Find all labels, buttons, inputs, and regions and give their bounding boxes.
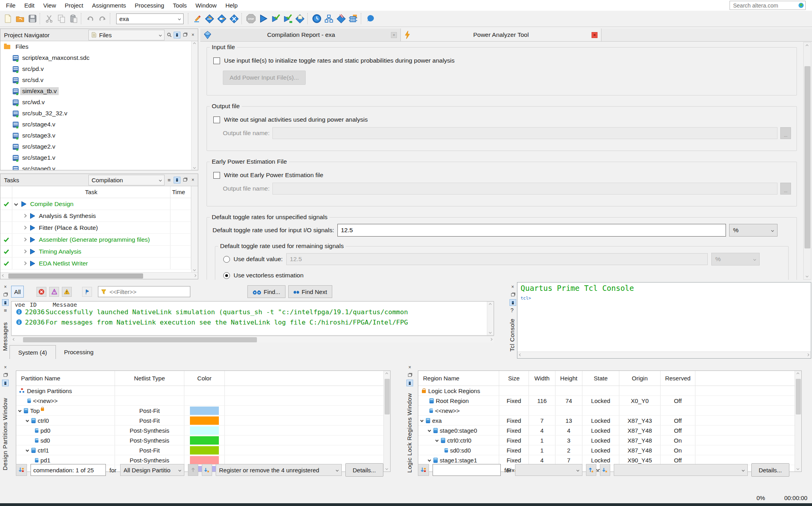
tab-compilation-report[interactable]: Compilation Report - exa × (200, 29, 401, 41)
task-row[interactable]: Fitter (Place & Route) (0, 222, 191, 234)
task-row[interactable]: Timing Analysis (0, 246, 191, 258)
file-item[interactable]: src/stage2.v (0, 141, 198, 152)
chevron-right-icon[interactable] (23, 238, 27, 242)
scroll-left-icon[interactable] (13, 338, 15, 341)
filter-critical-warnings-button[interactable] (49, 287, 59, 297)
float-icon[interactable] (182, 32, 188, 38)
close-icon[interactable]: × (509, 283, 516, 290)
scroll-right-icon[interactable] (193, 274, 196, 277)
find-next-button[interactable]: Find Next (288, 285, 332, 298)
menu-icon[interactable]: ≡ (166, 177, 172, 183)
region-row[interactable]: exa Fixed 7 13 Locked X87_Y43 Off (418, 416, 801, 426)
recommendation-icon-button[interactable] (418, 464, 429, 476)
cut-button[interactable] (43, 13, 55, 25)
message-filter-input[interactable] (109, 288, 187, 296)
region-scope-select[interactable] (515, 464, 582, 476)
start-compilation-button[interactable] (257, 13, 269, 25)
chevron-down-icon[interactable] (420, 419, 423, 422)
partition-row[interactable]: Top Post-Fit (16, 406, 390, 416)
menu-view[interactable]: View (39, 0, 60, 11)
recommendation-field[interactable]: commendation: 1 of 25 (31, 464, 106, 476)
partition-row[interactable]: ctrl0 Post-Fit (16, 416, 390, 426)
scroll-down-icon[interactable] (806, 275, 808, 277)
chevron-down-icon[interactable] (428, 458, 431, 462)
close-icon[interactable]: × (406, 364, 413, 370)
filter-errors-button[interactable] (36, 287, 46, 297)
chevron-right-icon[interactable] (23, 214, 27, 218)
filter-all-button[interactable]: All (11, 286, 24, 298)
task-row[interactable]: Compile Design (0, 198, 191, 210)
chevron-down-icon[interactable] (428, 429, 431, 432)
next-recommendation-button[interactable] (202, 464, 212, 476)
use-default-value-radio[interactable] (223, 256, 230, 263)
messages-hscrollbar[interactable] (11, 336, 494, 343)
tcl-vertical-label[interactable]: Tcl Console (509, 319, 515, 351)
float-icon[interactable] (2, 372, 9, 378)
menu-window[interactable]: Window (191, 0, 221, 11)
assembler-button[interactable] (294, 13, 306, 25)
search-input[interactable] (732, 2, 798, 9)
chip-planner-button[interactable] (347, 13, 360, 25)
chevron-right-icon[interactable] (23, 226, 27, 230)
file-item[interactable]: src/sd.v (0, 74, 198, 86)
pin-planner-button[interactable] (203, 13, 216, 25)
input-toggle-rate-field[interactable] (337, 224, 726, 237)
menu-project[interactable]: Project (60, 0, 88, 11)
tasks-scrollbar[interactable] (191, 186, 198, 272)
pin-icon[interactable] (2, 380, 9, 386)
use-vectorless-estimation-radio[interactable] (223, 272, 230, 279)
scroll-down-icon[interactable] (193, 166, 196, 169)
netlist-viewer-button[interactable] (323, 13, 335, 25)
scroll-up-icon[interactable] (797, 372, 799, 375)
file-item[interactable]: src/pd.v (0, 63, 198, 74)
write-signal-activities-checkbox[interactable] (213, 116, 220, 123)
menu-tools[interactable]: Tools (169, 0, 191, 11)
design-partitions-vertical-label[interactable]: Design Partitions Window (2, 398, 8, 470)
close-icon[interactable]: × (2, 364, 9, 370)
message-list-scrollbar[interactable] (487, 302, 494, 335)
pin-icon[interactable] (509, 299, 516, 306)
early-power-file-name-input[interactable] (272, 183, 778, 195)
search-box[interactable] (730, 1, 806, 10)
scroll-down-icon[interactable] (489, 331, 492, 334)
file-item[interactable]: src/stage3.v (0, 130, 198, 141)
float-icon[interactable] (182, 177, 188, 183)
scroll-down-icon[interactable] (193, 268, 196, 271)
scroll-down-icon[interactable] (797, 467, 799, 470)
tab-system[interactable]: System (4) (10, 345, 56, 359)
menu-processing[interactable]: Processing (130, 0, 169, 11)
task-row[interactable]: Analysis & Synthesis (0, 210, 191, 222)
chevron-down-icon[interactable] (14, 202, 18, 206)
region-row[interactable]: stage0:stage0 Fixed 4 4 Locked X87_Y48 O… (418, 426, 801, 435)
partition-color-cell[interactable] (184, 426, 225, 435)
copy-button[interactable] (55, 13, 67, 25)
close-icon[interactable]: × (190, 32, 196, 38)
chevron-down-icon[interactable] (18, 409, 21, 412)
pin-icon[interactable] (406, 380, 413, 386)
partition-row[interactable]: pd0 Post-Synthesis (16, 426, 390, 435)
menu-edit[interactable]: Edit (20, 0, 39, 11)
stop-button[interactable]: STOP (245, 13, 257, 25)
tab-close-icon[interactable]: × (391, 32, 397, 38)
chevron-down-icon[interactable] (26, 449, 29, 452)
region-row[interactable]: <<new>> (418, 406, 801, 416)
start-fitter-button[interactable] (282, 13, 294, 25)
form-scrollbar[interactable] (803, 42, 811, 280)
tab-processing[interactable]: Processing (56, 345, 102, 359)
partition-color-cell[interactable] (184, 406, 225, 415)
task-row[interactable]: Assembler (Generate programming files) (0, 234, 191, 246)
default-value-unit-select[interactable]: % (711, 253, 760, 265)
help-icon[interactable]: ? (511, 307, 514, 313)
partition-action-select[interactable]: Register or remove the 4 unregistered (216, 464, 342, 476)
file-item[interactable]: script/exa_maxconst.sdc (0, 52, 198, 63)
design-partitions-scrollbar[interactable] (383, 371, 390, 472)
region-row[interactable]: Root Region Fixed 116 74 Locked X0_Y0 Of… (418, 396, 801, 406)
previous-recommendation-button[interactable] (188, 464, 198, 476)
undo-button[interactable] (84, 13, 96, 25)
file-item[interactable]: src/stage0.v (0, 163, 198, 170)
recommendation-icon-button[interactable] (16, 464, 27, 476)
partition-row[interactable]: ctrl1 Post-Fit (16, 445, 390, 455)
tab-close-icon[interactable]: × (592, 32, 598, 38)
write-early-power-checkbox[interactable] (213, 172, 220, 179)
tasks-hscrollbar[interactable] (0, 272, 198, 279)
